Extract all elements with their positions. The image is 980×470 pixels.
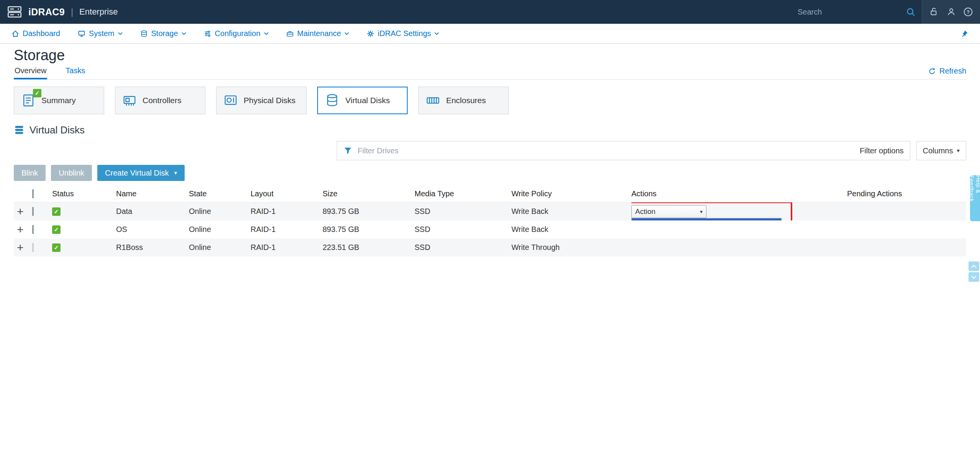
status-ok-icon: ✓ — [52, 243, 61, 252]
vd-name: Data — [116, 207, 189, 216]
tab-tasks[interactable]: Tasks — [65, 66, 86, 79]
chevron-down-icon — [182, 32, 186, 35]
table-row-os: + ✓ OS Online RAID-1 893.75 GB SSD Write… — [14, 220, 966, 238]
brand-name: iDRAC9 — [28, 7, 65, 18]
system-icon — [78, 30, 85, 38]
card-controllers[interactable]: Controllers — [115, 87, 205, 114]
status-ok-icon: ✓ — [52, 225, 61, 234]
topbar: iDRAC9 | Enterprise — [0, 0, 980, 24]
pin-icon[interactable] — [960, 30, 969, 38]
vd-layout: RAID-1 — [251, 207, 323, 216]
scroll-up-button[interactable] — [969, 261, 979, 271]
dropdown-option-action[interactable]: Action — [632, 219, 781, 220]
controllers-icon — [122, 93, 137, 108]
card-summary[interactable]: ✓ Summary — [14, 87, 104, 114]
vd-write-policy: Write Back — [511, 225, 631, 234]
filter-options-label[interactable]: Filter options — [860, 146, 904, 155]
col-status: Status — [52, 189, 116, 198]
select-all-checkbox[interactable] — [32, 189, 34, 198]
col-name: Name — [116, 189, 189, 198]
nav-label: Dashboard — [23, 29, 60, 38]
tabs-row: Overview Tasks Refresh — [14, 64, 966, 80]
enclosures-icon — [426, 93, 440, 108]
col-write-policy: Write Policy — [511, 189, 631, 198]
vd-name: OS — [116, 225, 189, 234]
columns-label: Columns — [923, 146, 953, 155]
help-feedback-tab[interactable]: Help & Feedback — [970, 175, 980, 221]
row-checkbox[interactable] — [32, 243, 34, 252]
action-dropdown-list: Action Rename Delete Edit Cache Policy E… — [631, 218, 782, 220]
vd-layout: RAID-1 — [251, 225, 323, 234]
create-virtual-disk-button[interactable]: Create Virtual Disk ▾ — [97, 165, 185, 181]
main-nav: Dashboard System Storage — [0, 24, 980, 44]
nav-item-configuration[interactable]: Configuration — [204, 29, 269, 38]
nav-item-idrac-settings[interactable]: iDRAC Settings — [367, 29, 439, 38]
action-select[interactable]: Action ▾ — [631, 205, 706, 218]
vd-size: 893.75 GB — [323, 225, 415, 234]
vd-media-type: SSD — [415, 225, 511, 234]
refresh-button[interactable]: Refresh — [928, 67, 966, 79]
row-checkbox[interactable] — [32, 207, 34, 216]
summary-icon: ✓ — [21, 93, 36, 108]
card-virtual-disks[interactable]: Virtual Disks — [317, 87, 408, 114]
help-icon[interactable]: ? — [963, 7, 973, 17]
nav-label: iDRAC Settings — [378, 29, 431, 38]
user-icon[interactable] — [946, 7, 956, 17]
brand: iDRAC9 | Enterprise — [6, 4, 118, 20]
filter-funnel-icon — [343, 146, 352, 155]
gear-icon — [367, 30, 374, 38]
vd-write-policy: Write Through — [511, 243, 631, 252]
search-icon[interactable] — [906, 7, 916, 17]
vd-state: Online — [189, 243, 251, 252]
blink-button[interactable]: Blink — [14, 165, 46, 181]
expand-row-icon[interactable]: + — [14, 224, 24, 235]
nav-label: Storage — [151, 29, 178, 38]
card-enclosures[interactable]: Enclosures — [418, 87, 509, 114]
table-row-data: + ✓ Data Online RAID-1 893.75 GB SSD Wri… — [14, 202, 966, 220]
nav-item-storage[interactable]: Storage — [140, 29, 186, 38]
row-checkbox[interactable] — [32, 225, 34, 234]
vd-media-type: SSD — [415, 207, 511, 216]
vd-state: Online — [189, 207, 251, 216]
expand-row-icon[interactable]: + — [14, 206, 24, 217]
chevron-down-icon — [264, 32, 269, 35]
vd-media-type: SSD — [415, 243, 511, 252]
configuration-icon — [204, 30, 211, 38]
vd-size: 893.75 GB — [323, 207, 415, 216]
nav-item-system[interactable]: System — [78, 29, 123, 38]
search-input[interactable] — [798, 8, 902, 16]
card-label: Enclosures — [446, 96, 486, 105]
refresh-label: Refresh — [939, 67, 966, 76]
filter-drives-input[interactable] — [358, 146, 855, 155]
scroll-down-button[interactable] — [969, 272, 979, 282]
filter-bar: Filter options — [337, 141, 910, 160]
card-physical-disks[interactable]: Physical Disks — [216, 87, 306, 114]
home-icon — [11, 30, 19, 38]
chevron-down-icon: ▾ — [174, 169, 177, 176]
filter-row: Filter options Columns ▾ — [14, 141, 966, 160]
card-label: Physical Disks — [244, 96, 295, 105]
refresh-icon — [928, 67, 936, 76]
tab-overview[interactable]: Overview — [14, 66, 47, 79]
vd-state: Online — [189, 225, 251, 234]
card-label: Virtual Disks — [345, 96, 390, 105]
col-pending-actions: Pending Actions — [847, 189, 966, 198]
vd-size: 223.51 GB — [323, 243, 415, 252]
columns-button[interactable]: Columns ▾ — [916, 141, 966, 160]
col-state: State — [189, 189, 251, 198]
nav-item-dashboard[interactable]: Dashboard — [11, 29, 60, 38]
create-virtual-disk-label: Create Virtual Disk — [105, 169, 169, 177]
virtual-disks-section-icon — [14, 125, 25, 135]
vd-write-policy: Write Back — [511, 207, 631, 216]
svg-text:?: ? — [967, 9, 970, 15]
unblink-button[interactable]: Unblink — [51, 165, 92, 181]
scroll-buttons — [969, 261, 979, 282]
vd-toolbar: Blink Unblink Create Virtual Disk ▾ — [14, 165, 966, 181]
brand-edition: Enterprise — [79, 7, 118, 17]
nav-item-maintenance[interactable]: Maintenance — [286, 29, 349, 38]
virtual-disks-icon — [325, 93, 339, 108]
expand-row-icon[interactable]: + — [14, 242, 24, 253]
lock-icon[interactable] — [929, 7, 939, 17]
storage-icon — [140, 30, 148, 38]
chevron-down-icon — [118, 32, 123, 35]
